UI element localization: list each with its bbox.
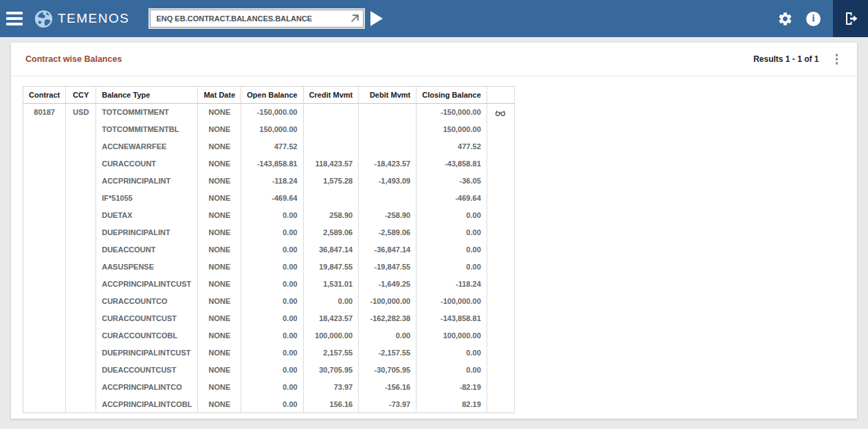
cell-action: [487, 121, 514, 138]
cell-contract: [23, 344, 66, 362]
cell-action: [487, 310, 514, 327]
cell-credit_mvmt: 18,423.57: [303, 310, 359, 327]
cell-closing_balance: -36.05: [416, 173, 487, 190]
cell-debit_mvmt: [359, 121, 416, 138]
cell-balance_type: DUEPRINCIPALINTCUST: [96, 344, 198, 362]
cell-balance_type: DUETAX: [96, 207, 198, 224]
cell-balance_type: CURACCOUNTCO: [96, 293, 198, 310]
cell-balance_type: ACCPRINCIPALINTCO: [96, 379, 198, 396]
cell-balance_type: DUEACCOUNT: [96, 241, 198, 258]
cell-ccy: [66, 396, 96, 413]
cell-balance_type: ACCPRINCIPALINTCOBL: [96, 396, 198, 413]
cell-mat_date: NONE: [198, 379, 241, 396]
table-row: CURACCOUNTNONE-143,858.81118,423.57-18,4…: [23, 155, 515, 173]
table-row: CURACCOUNTCUSTNONE0.0018,423.57-162,282.…: [23, 310, 515, 327]
card-header: Contract wise Balances Results 1 - 1 of …: [11, 43, 857, 76]
cell-debit_mvmt: -73.97: [359, 396, 416, 413]
cell-balance_type: AASUSPENSE: [96, 258, 198, 276]
cell-debit_mvmt: -36,847.14: [359, 241, 416, 258]
results-count: Results 1 - 1 of 1: [753, 54, 819, 64]
command-input[interactable]: [150, 10, 364, 28]
cell-closing_balance: 0.00: [416, 258, 487, 276]
cell-contract: [23, 138, 66, 155]
cell-mat_date: NONE: [198, 155, 241, 173]
cell-contract: 80187: [23, 104, 66, 121]
cell-balance_type: TOTCOMMITMENTBL: [96, 121, 198, 138]
cell-action: [487, 327, 514, 344]
cell-balance_type: CURACCOUNTCUST: [96, 310, 198, 327]
menu-icon[interactable]: [6, 12, 23, 25]
cell-closing_balance: -150,000.00: [416, 104, 487, 121]
cell-action: [487, 362, 514, 379]
cell-credit_mvmt: 118,423.57: [303, 155, 359, 173]
cell-credit_mvmt: [303, 138, 359, 155]
column-header: Closing Balance: [416, 87, 487, 104]
column-header: Balance Type: [96, 87, 198, 104]
cell-contract: [23, 362, 66, 379]
cell-ccy: [66, 241, 96, 258]
info-icon[interactable]: i: [806, 12, 821, 26]
cell-mat_date: NONE: [198, 293, 241, 310]
cell-ccy: [66, 190, 96, 207]
cell-ccy: [66, 379, 96, 396]
cell-ccy: [66, 155, 96, 173]
cell-open_balance: 0.00: [241, 310, 303, 327]
cell-debit_mvmt: -156.16: [359, 379, 416, 396]
cell-closing_balance: 0.00: [416, 241, 487, 258]
cell-open_balance: 477.52: [241, 138, 303, 155]
cell-balance_type: DUEACCOUNTCUST: [96, 362, 198, 379]
cell-open_balance: 150,000.00: [241, 121, 303, 138]
cell-credit_mvmt: 258.90: [303, 207, 359, 224]
settings-gear-icon[interactable]: [777, 11, 793, 27]
expand-command-icon[interactable]: [349, 13, 360, 24]
cell-mat_date: NONE: [198, 396, 241, 413]
cell-open_balance: -469.64: [241, 190, 303, 207]
cell-action: [487, 138, 514, 155]
cell-mat_date: NONE: [198, 173, 241, 190]
cell-balance_type: ACCPRINCIPALINTCUST: [96, 276, 198, 293]
view-details-icon[interactable]: [495, 108, 506, 116]
cell-open_balance: 0.00: [241, 224, 303, 241]
command-bar: [150, 10, 364, 28]
cell-open_balance: 0.00: [241, 207, 303, 224]
cell-credit_mvmt: [303, 190, 359, 207]
cell-closing_balance: 0.00: [416, 362, 487, 379]
cell-closing_balance: -82.19: [416, 379, 487, 396]
cell-contract: [23, 121, 66, 138]
cell-debit_mvmt: -19,847.55: [359, 258, 416, 276]
table-row: 80187USDTOTCOMMITMENTNONE-150,000.00-150…: [23, 104, 515, 121]
topbar-actions: i: [777, 0, 868, 37]
cell-mat_date: NONE: [198, 276, 241, 293]
cell-balance_type: CURACCOUNTCOBL: [96, 327, 198, 344]
cell-ccy: [66, 138, 96, 155]
cell-mat_date: NONE: [198, 138, 241, 155]
table-row: CURACCOUNTCOBLNONE0.00100,000.000.00100,…: [23, 327, 515, 344]
cell-closing_balance: 0.00: [416, 207, 487, 224]
cell-mat_date: NONE: [198, 310, 241, 327]
cell-closing_balance: 0.00: [416, 344, 487, 362]
table-row: DUEACCOUNTNONE0.0036,847.14-36,847.140.0…: [23, 241, 515, 258]
cell-credit_mvmt: [303, 121, 359, 138]
cell-credit_mvmt: 100,000.00: [303, 327, 359, 344]
globe-icon: [34, 10, 53, 28]
cell-ccy: [66, 310, 96, 327]
cell-credit_mvmt: 1,575.28: [303, 173, 359, 190]
run-command-button[interactable]: [370, 10, 388, 28]
more-options-icon[interactable]: [834, 52, 841, 67]
cell-credit_mvmt: 73.97: [303, 379, 359, 396]
cell-ccy: [66, 224, 96, 241]
cell-open_balance: 0.00: [241, 241, 303, 258]
cell-action: [487, 379, 514, 396]
cell-debit_mvmt: -18,423.57: [359, 155, 416, 173]
cell-credit_mvmt: 30,705.95: [303, 362, 359, 379]
cell-balance_type: IF*51055: [96, 190, 198, 207]
cell-ccy: [66, 327, 96, 344]
cell-debit_mvmt: -30,705.95: [359, 362, 416, 379]
cell-closing_balance: 0.00: [416, 224, 487, 241]
cell-credit_mvmt: 36,847.14: [303, 241, 359, 258]
cell-mat_date: NONE: [198, 344, 241, 362]
cell-action: [487, 207, 514, 224]
sign-out-button[interactable]: [833, 0, 868, 37]
cell-credit_mvmt: 1,531.01: [303, 276, 359, 293]
cell-credit_mvmt: 2,589.06: [303, 224, 359, 241]
